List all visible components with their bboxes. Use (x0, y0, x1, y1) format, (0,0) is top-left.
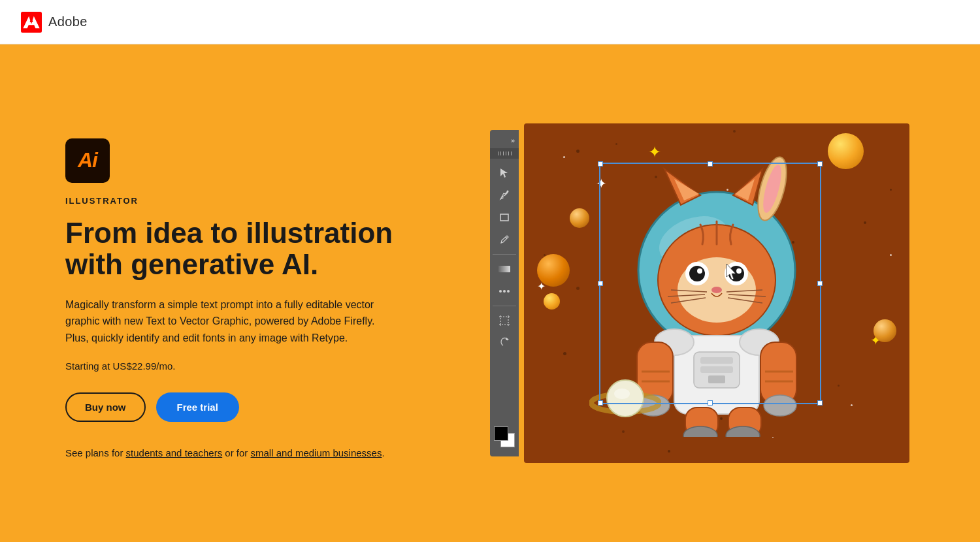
ai-icon-label: Ai (78, 148, 97, 172)
pen-tool[interactable] (493, 185, 516, 206)
toolbar-ruler (490, 148, 519, 159)
svg-point-1 (507, 191, 509, 193)
svg-line-3 (506, 237, 507, 238)
illustrator-toolbar: » (490, 130, 519, 456)
plans-middle: or for (222, 447, 250, 458)
svg-point-56 (614, 389, 630, 399)
plans-suffix: . (382, 447, 384, 458)
hero-right-column: » (483, 123, 915, 463)
svg-rect-43 (700, 366, 733, 373)
smb-link[interactable]: small and medium businesses (251, 447, 382, 458)
svg-point-24 (736, 268, 742, 274)
toolbar-top-bar: » (490, 134, 519, 147)
svg-point-7 (507, 290, 510, 293)
svg-rect-42 (700, 357, 733, 364)
page-header: Adobe (0, 0, 980, 44)
stroke-color-black (494, 426, 508, 441)
svg-point-18 (711, 287, 722, 293)
toolbar-divider-2 (493, 306, 515, 306)
svg-rect-2 (500, 214, 508, 221)
rotate-tool[interactable] (493, 332, 516, 353)
svg-rect-44 (708, 375, 725, 383)
cat-astronaut-illustration (524, 123, 909, 463)
svg-point-21 (697, 268, 702, 274)
svg-point-6 (503, 290, 506, 293)
hero-headline: From idea to illustration with generativ… (65, 217, 405, 281)
svg-point-20 (689, 266, 705, 281)
adobe-logo: Adobe (21, 12, 88, 33)
hero-description: Magically transform a simple text prompt… (65, 296, 385, 347)
saturn-planet (589, 375, 661, 424)
more-tools[interactable] (493, 281, 516, 302)
adobe-logo-text: Adobe (48, 14, 88, 29)
product-name: ILLUSTRATOR (65, 196, 483, 206)
toolbar-expand-icon: » (511, 136, 515, 144)
cta-buttons: Buy now Free trial (65, 392, 483, 422)
svg-rect-4 (498, 266, 510, 272)
artboard-tool[interactable] (493, 310, 516, 331)
pencil-tool[interactable] (493, 229, 516, 250)
free-trial-button[interactable]: Free trial (156, 392, 239, 422)
plans-text: See plans for students and teachers or f… (65, 445, 385, 461)
hero-left-column: Ai ILLUSTRATOR From idea to illustration… (65, 125, 483, 462)
illustration-canvas: ✦ ✦ ✦ ✦ (524, 123, 909, 463)
illustrator-app-icon: Ai (65, 138, 110, 183)
students-teachers-link[interactable]: students and teachers (126, 447, 223, 458)
toolbar-divider-1 (493, 254, 515, 255)
rectangle-tool[interactable] (493, 207, 516, 228)
adobe-logo-icon (21, 12, 42, 33)
color-swatches[interactable] (494, 426, 515, 447)
svg-rect-8 (500, 317, 508, 325)
selection-tool[interactable] (493, 163, 516, 183)
hero-section: Ai ILLUSTRATOR From idea to illustration… (0, 44, 980, 542)
svg-point-5 (499, 290, 502, 293)
pricing-text: Starting at US$22.99/mo. (65, 360, 483, 372)
plans-prefix: See plans for (65, 447, 126, 458)
svg-point-48 (764, 395, 796, 416)
gradient-tool[interactable] (493, 259, 516, 279)
buy-now-button[interactable]: Buy now (65, 392, 146, 422)
